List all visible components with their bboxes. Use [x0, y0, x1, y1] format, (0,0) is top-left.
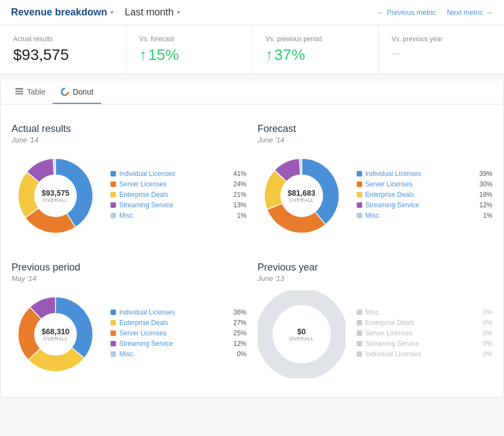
top-bar: Revenue breakdown ▾ Last month ▾ ← Previ… — [0, 0, 504, 25]
legend-color-dot — [357, 330, 362, 336]
legend-label[interactable]: Individual Licenses — [365, 350, 477, 358]
legend-color-dot — [357, 181, 362, 187]
legend-item: Server Licenses 0% — [357, 329, 493, 337]
legend-item: Server Licenses 24% — [110, 180, 247, 188]
legend-color-dot — [357, 202, 362, 208]
chart-body: $93,575 OVERALL Individual Licenses 41% … — [12, 152, 247, 240]
legend-pct: 25% — [230, 329, 247, 337]
metric-forecast-value: ↑15% — [140, 46, 239, 64]
chart-title: Previous year — [258, 262, 493, 273]
legend-label[interactable]: Streaming Service — [365, 201, 477, 209]
legend-label[interactable]: Server Licenses — [119, 180, 230, 188]
legend-label[interactable]: Enterprise Deals — [365, 191, 477, 198]
legend-label[interactable]: Server Licenses — [365, 180, 477, 188]
legend-pct: 0% — [476, 350, 492, 358]
legend-pct: 39% — [476, 170, 492, 178]
tab-donut[interactable]: Donut — [53, 81, 101, 104]
arrow-up-icon-2: ↑ — [265, 46, 273, 64]
donut-icon — [60, 87, 69, 96]
legend-label[interactable]: Streaming Service — [119, 340, 230, 347]
legend-label[interactable]: Individual Licenses — [119, 308, 230, 316]
donut-label: OVERALL — [42, 336, 70, 341]
legend-color-dot — [110, 341, 116, 346]
chart-section-forecast: Forecast June '14 $81,683 OVERALL Indivi… — [258, 118, 493, 245]
chart-body: $0 OVERALL Misc. 0% Enterprise Deals 0% … — [258, 290, 493, 378]
donut-wrapper: $68,310 OVERALL — [12, 290, 99, 378]
legend-pct: 24% — [230, 180, 247, 188]
legend-color-dot — [110, 192, 116, 197]
donut-center: $81,683 OVERALL — [287, 189, 315, 203]
legend-item: Server Licenses 30% — [357, 180, 493, 188]
metric-prev-year-value: -- — [392, 46, 491, 60]
chart-title: Actual results — [12, 123, 247, 135]
legend-pct: 0% — [476, 319, 492, 327]
legend-pct: 36% — [230, 308, 247, 316]
right-arrow-icon: → — [485, 8, 493, 17]
legend-label[interactable]: Individual Licenses — [365, 170, 477, 178]
chart-section-previous_period: Previous period May '14 $68,310 OVERALL … — [12, 256, 247, 384]
legend-label[interactable]: Streaming Service — [119, 201, 230, 209]
chart-subtitle: June '13 — [258, 274, 493, 283]
page-title: Revenue breakdown — [11, 7, 107, 18]
donut-amount: $0 — [289, 327, 314, 336]
legend: Individual Licenses 36% Enterprise Deals… — [110, 308, 247, 361]
legend-item: Enterprise Deals 0% — [357, 319, 493, 327]
legend-pct: 0% — [476, 308, 492, 316]
donut-wrapper: $93,575 OVERALL — [12, 152, 99, 240]
metric-forecast: Vs. forecast ↑15% — [126, 25, 253, 74]
legend-color-dot — [357, 341, 362, 346]
chart-body: $68,310 OVERALL Individual Licenses 36% … — [12, 290, 247, 378]
legend-label[interactable]: Streaming Service — [365, 340, 477, 347]
legend-color-dot — [110, 202, 116, 208]
tab-table[interactable]: Table — [7, 81, 53, 104]
legend-label[interactable]: Misc. — [119, 212, 230, 219]
legend-pct: 0% — [476, 340, 492, 347]
metric-actual-label: Actual results — [13, 35, 113, 43]
legend-pct: 41% — [230, 170, 247, 178]
donut-label: OVERALL — [289, 336, 314, 341]
donut-amount: $68,310 — [42, 327, 70, 336]
legend-label[interactable]: Enterprise Deals — [365, 319, 477, 327]
legend-label[interactable]: Misc. — [365, 308, 477, 316]
chart-subtitle: May '14 — [12, 274, 247, 283]
legend-item: Streaming Service 12% — [357, 201, 493, 209]
legend-label[interactable]: Server Licenses — [365, 329, 477, 337]
donut-amount: $93,575 — [42, 189, 70, 197]
legend-label[interactable]: Server Licenses — [119, 329, 230, 337]
svg-rect-2 — [15, 93, 23, 95]
top-bar-left: Revenue breakdown ▾ Last month ▾ — [11, 7, 180, 18]
legend-label[interactable]: Enterprise Deals — [119, 319, 230, 327]
legend-color-dot — [110, 320, 116, 325]
legend-pct: 12% — [476, 201, 492, 209]
chart-section-actual: Actual results June '14 $93,575 OVERALL … — [12, 118, 247, 245]
legend-pct: 0% — [230, 350, 247, 358]
legend-color-dot — [110, 213, 116, 218]
legend-label[interactable]: Misc. — [119, 350, 230, 358]
next-metric-button[interactable]: Next metric → — [447, 8, 493, 17]
period-dropdown-icon[interactable]: ▾ — [177, 9, 180, 16]
top-bar-right: ← Previous metric Next metric → — [377, 8, 493, 17]
legend-color-dot — [357, 320, 362, 325]
legend-color-dot — [110, 181, 116, 187]
donut-wrapper: $81,683 OVERALL — [258, 152, 346, 240]
content-area: Actual results June '14 $93,575 OVERALL … — [0, 104, 504, 398]
svg-rect-0 — [15, 88, 23, 90]
legend-pct: 0% — [476, 329, 492, 337]
svg-rect-1 — [15, 91, 23, 92]
charts-grid: Actual results June '14 $93,575 OVERALL … — [12, 118, 492, 384]
legend-pct: 21% — [230, 191, 247, 198]
legend-color-dot — [110, 310, 116, 315]
legend-item: Individual Licenses 0% — [357, 350, 493, 358]
legend-label[interactable]: Enterprise Deals — [119, 191, 230, 198]
chart-section-previous_year: Previous year June '13 $0 OVERALL Misc. … — [258, 256, 493, 384]
legend-label[interactable]: Misc. — [365, 212, 477, 219]
arrow-up-icon: ↑ — [140, 46, 147, 64]
legend-item: Server Licenses 25% — [110, 329, 247, 337]
prev-metric-button[interactable]: ← Previous metric — [377, 8, 436, 17]
legend-label[interactable]: Individual Licenses — [119, 170, 230, 178]
legend-color-dot — [110, 351, 116, 357]
title-dropdown-icon[interactable]: ▾ — [110, 9, 114, 16]
legend-pct: 12% — [230, 340, 247, 347]
legend-item: Misc. 1% — [357, 212, 493, 219]
metric-forecast-label: Vs. forecast — [140, 35, 239, 43]
